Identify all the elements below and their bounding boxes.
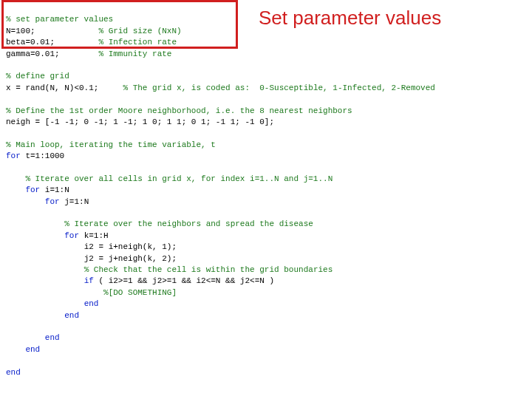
kw-for-t: for	[6, 151, 21, 160]
indent	[6, 333, 45, 342]
comment-beta: % Infection rate	[98, 38, 177, 47]
kw-end-if: end	[84, 299, 99, 308]
kw-for-i: for	[25, 185, 40, 194]
pad	[35, 27, 99, 35]
line-beta: beta=0.01;	[6, 38, 55, 47]
kw-end-j: end	[45, 333, 60, 342]
comment-gamma: % Immunity rate	[98, 50, 171, 58]
line-gamma: gamma=0.01;	[6, 50, 60, 58]
comment-do: %[DO SOMETHING]	[103, 288, 177, 297]
code-block: % set parameter values N=100; % Grid siz…	[6, 3, 435, 389]
indent	[6, 265, 84, 274]
comment-N: % Grid size (NxN)	[98, 27, 181, 35]
indent	[6, 299, 84, 308]
pad	[55, 38, 98, 47]
kw-end-t: end	[6, 368, 21, 377]
pad	[98, 83, 123, 92]
kw-for-k: for	[64, 231, 79, 240]
comment-moore: % Define the 1st order Moore neighborhoo…	[6, 106, 352, 115]
line-fork: k=1:H	[79, 231, 109, 240]
comment-setparams: % set parameter values	[6, 15, 113, 24]
indent	[6, 345, 25, 354]
line-if: ( i2>=1 && j2>=1 && i2<=N && j2<=N )	[94, 276, 274, 285]
line-j2: j2 = j+neigh(k, 2);	[84, 254, 177, 263]
indent	[6, 311, 64, 320]
line-neigh: neigh = [-1 -1; 0 -1; 1 -1; 1 0; 1 1; 0 …	[6, 117, 274, 126]
comment-iterneigh: % Iterate over the neighbors and spread …	[64, 219, 313, 228]
line-x: x = rand(N, N)<0.1;	[6, 83, 98, 92]
indent	[6, 242, 84, 251]
line-N: N=100;	[6, 27, 35, 35]
comment-bounds: % Check that the cell is within the grid…	[84, 265, 333, 274]
kw-end-i: end	[25, 345, 40, 354]
indent	[84, 288, 103, 297]
line-forj: j=1:N	[60, 197, 89, 206]
indent	[6, 254, 84, 263]
comment-main: % Main loop, iterating the time variable…	[6, 140, 216, 149]
line-i2: i2 = i+neigh(k, 1);	[84, 242, 177, 251]
line-fort: t=1:1000	[21, 151, 64, 160]
indent	[6, 231, 64, 240]
indent	[6, 197, 45, 206]
indent	[6, 174, 25, 183]
indent	[6, 276, 84, 285]
comment-defgrid: % define grid	[6, 72, 69, 81]
indent	[6, 288, 84, 297]
comment-iterij: % Iterate over all cells in grid x, for …	[25, 174, 332, 183]
kw-end-k: end	[64, 311, 79, 320]
pad	[60, 50, 99, 58]
slide-canvas: Set parameter values % set parameter val…	[0, 0, 532, 399]
comment-x: % The grid x, is coded as: 0-Susceptible…	[123, 83, 434, 92]
indent	[6, 185, 25, 194]
indent	[6, 219, 64, 228]
kw-for-j: for	[45, 197, 60, 206]
line-fori: i=1:N	[40, 185, 69, 194]
kw-if: if	[84, 276, 94, 285]
